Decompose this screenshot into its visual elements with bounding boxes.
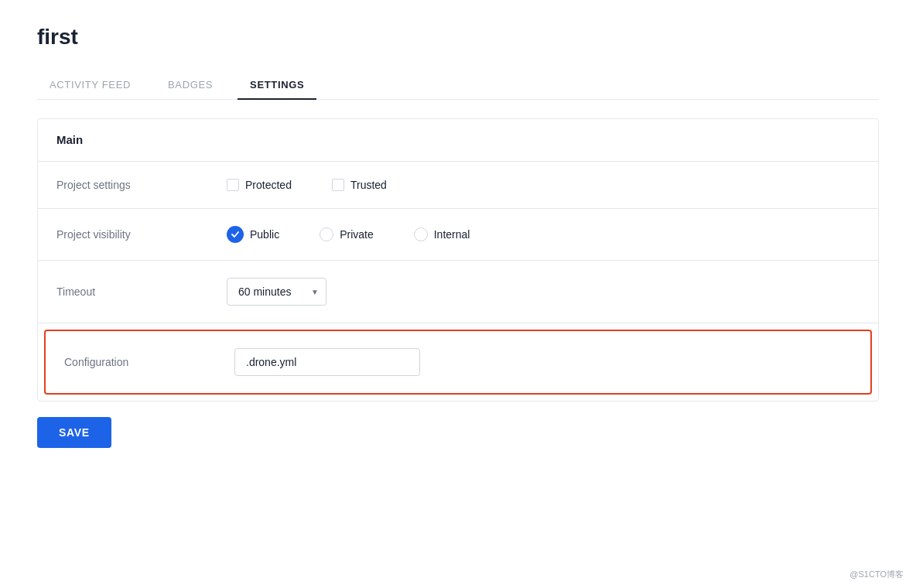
private-radio[interactable]	[320, 227, 333, 241]
tab-settings[interactable]: SETTINGS	[238, 71, 316, 100]
private-radio-group: Private	[320, 227, 374, 241]
card-header: Main	[38, 119, 878, 162]
main-card: Main Project settings Protected Trusted …	[37, 118, 879, 402]
private-label: Private	[340, 228, 374, 241]
protected-checkbox[interactable]	[227, 179, 239, 191]
trusted-label: Trusted	[350, 179, 387, 191]
project-settings-controls: Protected Trusted	[227, 179, 860, 191]
internal-radio-group: Internal	[414, 227, 470, 241]
project-settings-label: Project settings	[56, 179, 227, 191]
watermark: @S1CTO博客	[849, 569, 904, 580]
public-radio-checked[interactable]	[227, 226, 244, 243]
project-visibility-label: Project visibility	[56, 228, 227, 241]
timeout-controls: 30 minutes 45 minutes 60 minutes 90 minu…	[227, 278, 860, 306]
project-visibility-controls: Public Private Internal	[227, 226, 860, 243]
public-radio-group: Public	[227, 226, 279, 243]
card-header-title: Main	[56, 133, 83, 146]
timeout-select[interactable]: 30 minutes 45 minutes 60 minutes 90 minu…	[227, 278, 326, 306]
timeout-label: Timeout	[56, 285, 227, 298]
protected-checkbox-group: Protected	[227, 179, 292, 191]
tab-badges[interactable]: BADGES	[156, 71, 225, 100]
protected-label: Protected	[245, 179, 292, 191]
configuration-label: Configuration	[64, 356, 234, 368]
tab-activity-feed[interactable]: ACTIVITY FEED	[37, 71, 143, 100]
internal-label: Internal	[434, 228, 470, 241]
timeout-dropdown-wrapper: 30 minutes 45 minutes 60 minutes 90 minu…	[227, 278, 326, 306]
project-visibility-row: Project visibility Public Private	[38, 209, 878, 261]
internal-radio[interactable]	[414, 227, 428, 241]
save-button[interactable]: SAVE	[37, 417, 111, 448]
configuration-row: Configuration	[44, 330, 872, 395]
configuration-controls	[234, 348, 852, 376]
public-label: Public	[250, 228, 279, 241]
project-settings-row: Project settings Protected Trusted	[38, 162, 878, 209]
page-title: first	[37, 25, 879, 50]
page-container: first ACTIVITY FEED BADGES SETTINGS Main…	[0, 0, 916, 473]
timeout-row: Timeout 30 minutes 45 minutes 60 minutes…	[38, 261, 878, 323]
trusted-checkbox[interactable]	[332, 179, 344, 191]
trusted-checkbox-group: Trusted	[332, 179, 387, 191]
configuration-input[interactable]	[234, 348, 420, 376]
tabs-nav: ACTIVITY FEED BADGES SETTINGS	[37, 71, 879, 100]
